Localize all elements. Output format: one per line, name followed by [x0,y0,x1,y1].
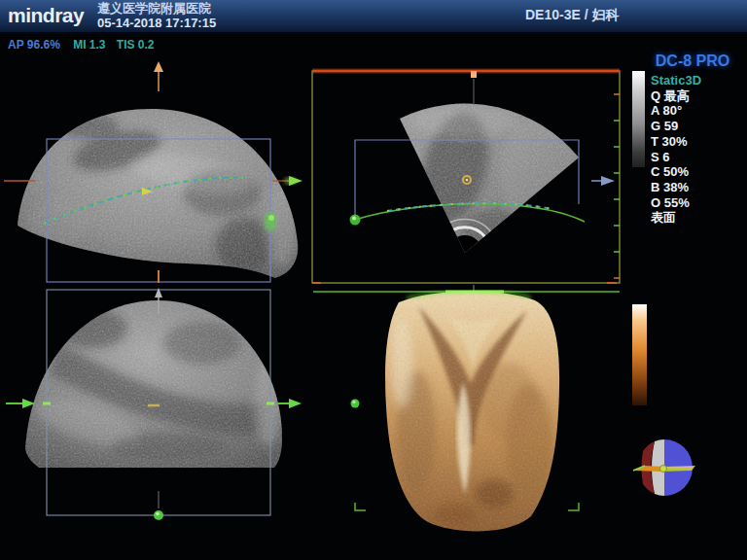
mode-label: Static3D [651,73,744,88]
param-opacity: O 55% [651,195,744,211]
acoustic-status: AP 96.6% MI 1.3 TIS 0.2 [8,38,155,52]
header-bar: mindray 遵义医学院附属医院 05-14-2018 17:17:15 DE… [0,0,747,34]
param-surface: 表面 [651,210,744,226]
focus-arrow-marker[interactable] [591,176,615,186]
probe-and-preset: DE10-3E / 妇科 [525,7,619,24]
param-gain: G 59 [651,119,744,134]
machine-model: DC-8 PRO [642,52,743,70]
exam-info: 遵义医学院附属医院 05-14-2018 17:17:15 [97,1,216,30]
quadrant-3d-render[interactable] [309,285,630,560]
param-angle: A 80° [651,103,744,119]
uterus-3d-render [309,285,630,560]
quadrant-a-plane[interactable] [0,58,309,285]
quadrant-b-plane-active[interactable] [309,58,630,285]
mindray-logo: mindray [8,4,84,27]
ultrasound-screen: mindray 遵义医学院附属医院 05-14-2018 17:17:15 DE… [0,0,747,560]
render-handle-dot[interactable] [351,400,360,408]
depth-ruler [614,94,620,278]
mechanical-index: MI 1.3 [73,38,105,52]
param-threshold: T 30% [651,134,744,150]
hospital-name: 遵义医学院附属医院 [97,1,216,16]
trace-handle-dot[interactable] [350,215,361,226]
acoustic-power: AP 96.6% [8,38,60,52]
param-brightness: B 38% [651,180,744,195]
param-smooth: S 6 [651,150,744,165]
imaging-parameters: Static3D Q 最高 A 80° G 59 T 30% S 6 C 50%… [651,73,744,226]
up-arrow-marker[interactable] [154,61,163,91]
exam-datetime: 05-14-2018 17:17:15 [97,16,216,30]
render-colormap-bar [632,304,647,405]
orientation-sphere-icon[interactable] [631,434,697,502]
quadrant-c-plane[interactable] [0,285,309,560]
param-contrast: C 50% [651,164,744,180]
b-plane-image [309,58,630,285]
bottom-handle-dot[interactable] [154,510,163,520]
grayscale-map-bar [632,71,645,167]
param-quality: Q 最高 [651,88,744,104]
thermal-index: TIS 0.2 [117,38,155,52]
active-frame-top-line [312,71,620,105]
